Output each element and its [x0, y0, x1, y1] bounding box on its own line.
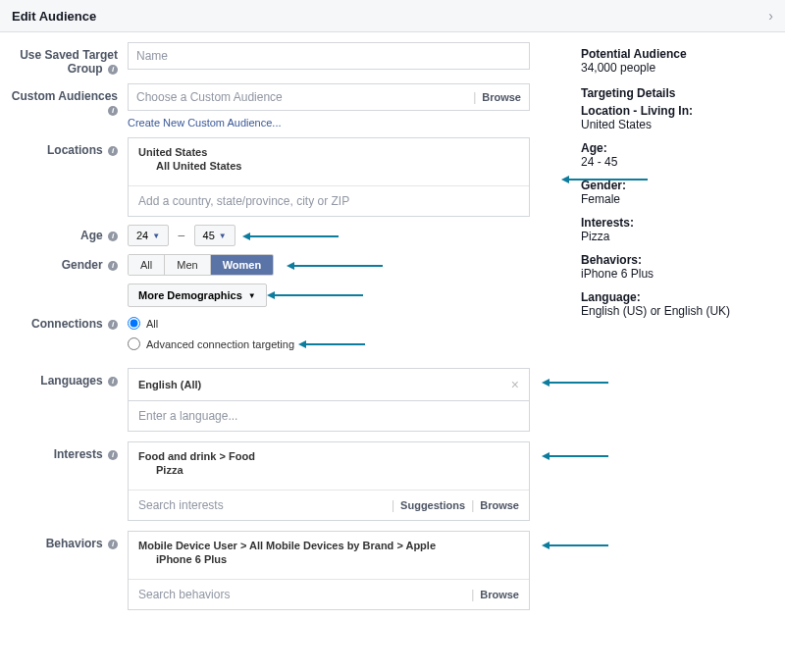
annotation-arrow [550, 382, 608, 384]
browse-link[interactable]: Browse [482, 91, 521, 103]
location-val: United States [138, 146, 519, 158]
modal-title: Edit Audience [12, 9, 96, 24]
interests-box: Food and drink > Food Pizza | Suggestion… [128, 441, 530, 521]
potential-audience-title: Potential Audience [581, 47, 773, 61]
interests-value: Pizza [138, 462, 519, 482]
targeting-details-title: Targeting Details [581, 86, 773, 100]
browse-link[interactable]: Browse [480, 589, 519, 600]
info-icon[interactable]: i [108, 377, 118, 387]
create-custom-audience-link[interactable]: Create New Custom Audience... [128, 117, 282, 129]
age-min-select[interactable]: 24▼ [128, 225, 169, 246]
gender-women-button[interactable]: Women [211, 255, 274, 275]
modal-header: Edit Audience › [0, 0, 785, 32]
info-icon[interactable]: i [108, 320, 118, 330]
annotation-arrow [550, 544, 608, 546]
annotation-arrow [550, 455, 608, 457]
saved-target-input[interactable] [128, 42, 530, 70]
remove-icon[interactable]: × [511, 377, 519, 392]
annotation-arrow [569, 179, 648, 181]
language-input[interactable] [138, 409, 519, 423]
annotation-arrow [250, 235, 339, 237]
label-connections: Connections i [0, 317, 128, 331]
label-saved-target: Use Saved Target Group i [0, 42, 128, 76]
interests-input[interactable] [138, 498, 386, 512]
label-locations: Locations i [0, 137, 128, 157]
connections-advanced-radio[interactable] [128, 337, 140, 350]
info-icon[interactable]: i [108, 261, 118, 271]
gender-men-button[interactable]: Men [165, 255, 210, 275]
annotation-arrow [306, 343, 365, 345]
label-custom-audiences: Custom Audiences i [0, 83, 128, 117]
info-icon[interactable]: i [108, 540, 118, 549]
chevron-down-icon: ▼ [219, 232, 227, 240]
info-icon[interactable]: i [108, 106, 118, 116]
interests-breadcrumb: Food and drink > Food [138, 450, 519, 462]
more-demographics-button[interactable]: More Demographics▼ [128, 284, 267, 307]
behaviors-input[interactable] [138, 588, 465, 601]
label-gender: Gender i [0, 254, 128, 272]
custom-audience-input[interactable] [136, 88, 467, 106]
behaviors-box: Mobile Device User > All Mobile Devices … [128, 531, 530, 610]
info-icon[interactable]: i [108, 146, 118, 156]
info-icon[interactable]: i [108, 450, 118, 460]
behaviors-breadcrumb: Mobile Device User > All Mobile Devices … [138, 540, 519, 551]
browse-link[interactable]: Browse [480, 499, 519, 511]
close-icon[interactable]: › [768, 8, 773, 24]
label-behaviors: Behaviors i [0, 531, 128, 550]
locations-box: United States All United States [128, 137, 530, 217]
location-input[interactable] [138, 194, 519, 208]
info-icon[interactable]: i [108, 65, 118, 75]
label-age: Age i [0, 225, 128, 242]
label-languages: Languages i [0, 368, 128, 388]
location-subval: All United States [138, 158, 519, 178]
potential-audience-count: 34,000 people [581, 61, 773, 75]
gender-all-button[interactable]: All [129, 255, 165, 275]
label-interests: Interests i [0, 441, 128, 461]
info-icon[interactable]: i [108, 232, 118, 241]
annotation-arrow [294, 265, 383, 267]
suggestions-link[interactable]: Suggestions [400, 499, 465, 511]
age-max-select[interactable]: 45▼ [194, 225, 236, 246]
language-value-box: English (All) × [128, 368, 530, 401]
behaviors-value: iPhone 6 Plus [138, 551, 519, 571]
chevron-down-icon: ▼ [248, 291, 256, 300]
connections-all-radio[interactable] [128, 317, 140, 330]
chevron-down-icon: ▼ [152, 232, 160, 240]
annotation-arrow [275, 294, 363, 296]
